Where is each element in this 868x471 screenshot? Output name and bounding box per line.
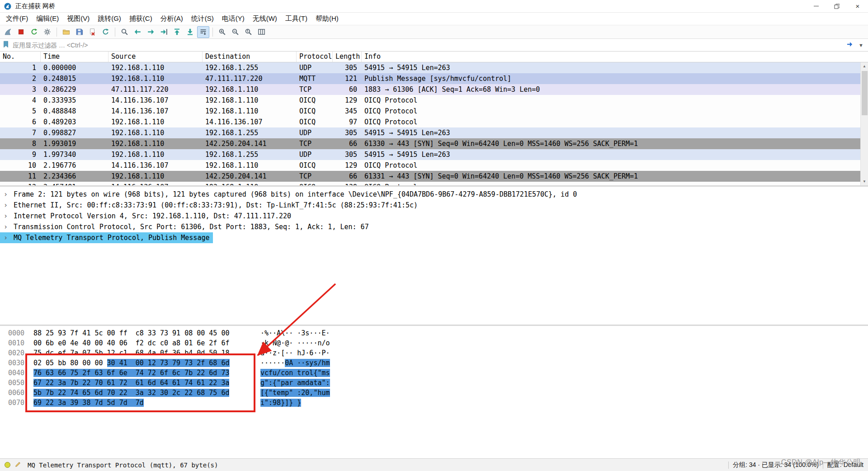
- resize-columns-button[interactable]: [255, 26, 268, 38]
- go-to-packet-button[interactable]: [158, 26, 170, 38]
- scrollbar-up-arrow[interactable]: ▲: [861, 63, 868, 70]
- cell-destination: 47.111.117.220: [203, 73, 297, 84]
- cell-length: 129: [333, 160, 362, 171]
- scrollbar-down-arrow[interactable]: ▼: [861, 178, 868, 185]
- cell-protocol: OICQ: [297, 117, 333, 127]
- hex-row-0060[interactable]: 00605b 7b 22 74 65 6d 70 22 3a 32 30 2c …: [0, 388, 868, 398]
- display-filter-input[interactable]: [13, 42, 843, 49]
- hex-ascii-selected: vcfu/con trol{"ms: [260, 369, 330, 377]
- packet-row-10[interactable]: 102.19677614.116.136.107192.168.1.110OIC…: [0, 160, 868, 171]
- find-packet-button[interactable]: [118, 26, 131, 38]
- capture-comment-icon[interactable]: [14, 461, 22, 469]
- cell-no: 1: [0, 62, 41, 73]
- cell-no: 8: [0, 138, 41, 149]
- detail-line-3[interactable]: ›Internet Protocol Version 4, Src: 192.1…: [0, 211, 868, 221]
- packet-row-6[interactable]: 60.489203192.168.1.11014.116.136.107OICQ…: [0, 117, 868, 127]
- hex-bytes: 00 6b e0 4e 40 00 40 06 f2 dc c0 a8 01 6…: [33, 338, 231, 348]
- hex-row-0070[interactable]: 007069 22 3a 39 38 7d 5d 7d 7di":98}]} }: [0, 398, 868, 408]
- filter-bookmark-icon[interactable]: [2, 40, 10, 50]
- expert-info-icon[interactable]: [5, 462, 10, 468]
- packet-row-11[interactable]: 112.234366192.168.1.110142.250.204.141TC…: [0, 171, 868, 182]
- close-button[interactable]: ×: [847, 0, 868, 12]
- zoom-original-button[interactable]: [242, 26, 255, 38]
- cell-time: 2.196776: [41, 160, 108, 171]
- expand-arrow-icon[interactable]: ›: [4, 211, 14, 221]
- menu-statistics[interactable]: 统计(S): [187, 13, 218, 25]
- open-file-button[interactable]: [60, 26, 72, 38]
- expand-arrow-icon[interactable]: ›: [4, 189, 14, 200]
- filter-expression-dropdown[interactable]: ▼: [857, 42, 865, 48]
- cell-no: 9: [0, 149, 41, 160]
- packet-row-1[interactable]: 10.000000192.168.1.110192.168.1.255UDP30…: [0, 62, 868, 73]
- capture-restart-button[interactable]: [28, 26, 40, 38]
- column-header-no[interactable]: No.: [0, 52, 41, 62]
- detail-line-4[interactable]: ›Transmission Control Protocol, Src Port…: [0, 221, 868, 232]
- packet-row-4[interactable]: 40.33393514.116.136.107192.168.1.110OICQ…: [0, 95, 868, 106]
- expand-arrow-icon[interactable]: ›: [4, 221, 14, 232]
- column-header-time[interactable]: Time: [41, 52, 108, 62]
- minimize-button[interactable]: [806, 0, 826, 12]
- detail-line-5[interactable]: ›MQ Telemetry Transport Protocol, Publis…: [0, 232, 868, 243]
- column-header-protocol[interactable]: Protocol: [297, 52, 333, 62]
- packet-row-9[interactable]: 91.997340192.168.1.110192.168.1.255UDP30…: [0, 149, 868, 160]
- cell-destination: 142.250.204.141: [203, 138, 297, 149]
- packet-detail-pane: ›Frame 2: 121 bytes on wire (968 bits), …: [0, 185, 868, 325]
- restore-button[interactable]: [826, 0, 847, 12]
- go-first-button[interactable]: [171, 26, 183, 38]
- menu-wireless[interactable]: 无线(W): [249, 13, 281, 25]
- menu-analyze[interactable]: 分析(A): [156, 13, 187, 25]
- zoom-in-button[interactable]: [216, 26, 228, 38]
- hex-row-0040[interactable]: 004076 63 66 75 2f 63 6f 6e 74 72 6f 6c …: [0, 368, 868, 378]
- cell-source: 192.168.1.110: [108, 117, 203, 127]
- detail-line-text: Transmission Control Protocol, Src Port:…: [14, 223, 369, 231]
- packet-row-5[interactable]: 50.48884814.116.136.107192.168.1.110OICQ…: [0, 106, 868, 117]
- status-profile[interactable]: 配置: Default: [827, 461, 863, 469]
- scrollbar-thumb[interactable]: [862, 71, 868, 115]
- packet-row-2[interactable]: 20.248015192.168.1.11047.111.117.220MQTT…: [0, 73, 868, 84]
- wireshark-logo-icon: [4, 2, 12, 10]
- capture-stop-button[interactable]: [15, 26, 27, 38]
- save-file-button[interactable]: [73, 26, 85, 38]
- capture-options-button[interactable]: [41, 26, 53, 38]
- reload-file-button[interactable]: [99, 26, 112, 38]
- detail-line-2[interactable]: ›Ethernet II, Src: 00:ff:c8:33:73:91 (00…: [0, 200, 868, 211]
- packet-list-scrollbar[interactable]: ▲ ▼: [860, 62, 868, 185]
- capture-start-button[interactable]: [2, 26, 14, 38]
- cell-destination: 192.168.1.255: [203, 149, 297, 160]
- menu-help[interactable]: 帮助(H): [311, 13, 343, 25]
- column-header-source[interactable]: Source: [108, 52, 203, 62]
- column-header-length[interactable]: Length: [333, 52, 362, 62]
- zoom-out-icon: [231, 28, 240, 36]
- menu-tools[interactable]: 工具(T): [281, 13, 311, 25]
- expand-arrow-icon[interactable]: ›: [4, 200, 14, 211]
- go-next-button[interactable]: [145, 26, 157, 38]
- expand-arrow-icon[interactable]: ›: [4, 232, 14, 243]
- packet-row-7[interactable]: 70.998827192.168.1.110192.168.1.255UDP30…: [0, 127, 868, 138]
- menu-telephony[interactable]: 电话(Y): [218, 13, 249, 25]
- auto-scroll-button[interactable]: [197, 26, 209, 38]
- packet-bytes-pane: 000088 25 93 7f 41 5c 00 ff c8 33 73 91 …: [0, 325, 868, 458]
- hex-row-0030[interactable]: 003002 05 bb 80 00 00 30 41 00 12 73 79 …: [0, 358, 868, 368]
- packet-row-3[interactable]: 30.28622947.111.117.220192.168.1.110TCP6…: [0, 84, 868, 95]
- menu-edit[interactable]: 编辑(E): [32, 13, 63, 25]
- detail-line-1[interactable]: ›Frame 2: 121 bytes on wire (968 bits), …: [0, 189, 868, 200]
- column-header-destination[interactable]: Destination: [203, 52, 297, 62]
- go-last-button[interactable]: [184, 26, 196, 38]
- close-file-button[interactable]: [86, 26, 99, 38]
- menu-go[interactable]: 跳转(G): [94, 13, 125, 25]
- zoom-out-button[interactable]: [229, 26, 241, 38]
- menu-capture[interactable]: 捕获(C): [125, 13, 156, 25]
- packet-row-12[interactable]: 122.45748114.116.136.107192.168.1.110OIC…: [0, 182, 868, 185]
- go-previous-button[interactable]: [132, 26, 144, 38]
- hex-offset: 0070: [8, 398, 29, 408]
- packet-row-8[interactable]: 81.993019192.168.1.110142.250.204.141TCP…: [0, 138, 868, 149]
- menu-view[interactable]: 视图(V): [63, 13, 94, 25]
- hex-row-0010[interactable]: 001000 6b e0 4e 40 00 40 06 f2 dc c0 a8 …: [0, 338, 868, 348]
- column-header-info[interactable]: Info: [362, 52, 868, 62]
- hex-row-0050[interactable]: 005067 22 3a 7b 22 70 61 72 61 6d 64 61 …: [0, 378, 868, 388]
- hex-row-0020[interactable]: 002075 dc ef 7a 07 5b 12 c1 68 4a 0f 36 …: [0, 348, 868, 358]
- cell-no: 5: [0, 106, 41, 117]
- menu-file[interactable]: 文件(F): [2, 13, 32, 25]
- filter-apply-button[interactable]: [846, 40, 854, 50]
- hex-row-0000[interactable]: 000088 25 93 7f 41 5c 00 ff c8 33 73 91 …: [0, 328, 868, 338]
